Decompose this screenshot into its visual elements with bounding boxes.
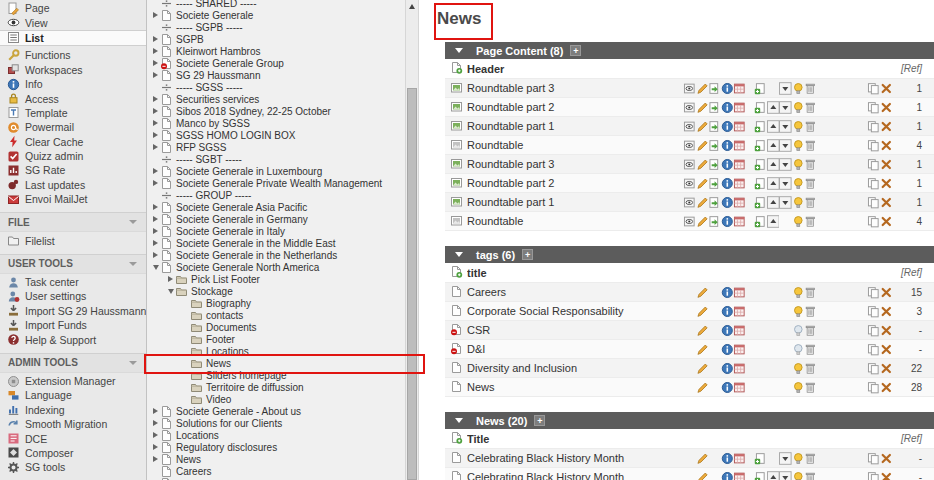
copy-button[interactable]: [867, 324, 880, 337]
expand-icon[interactable]: [151, 444, 160, 450]
collapse-icon[interactable]: [151, 265, 160, 270]
up-button[interactable]: [767, 196, 780, 209]
info-button[interactable]: [721, 82, 734, 95]
history-button[interactable]: [733, 452, 746, 465]
expand-icon[interactable]: [151, 432, 160, 438]
trash-button[interactable]: [804, 158, 817, 171]
tree-node[interactable]: Societe Generale in Germany: [147, 213, 405, 225]
info-button[interactable]: [721, 343, 734, 356]
expand-icon[interactable]: [151, 108, 160, 114]
record-title-link[interactable]: Roundtable part 2: [467, 101, 683, 113]
tree-node[interactable]: SGSS HOMO LOGIN BOX: [147, 129, 405, 141]
info-button[interactable]: [721, 305, 734, 318]
tree-node[interactable]: Locations: [147, 429, 405, 441]
sidebar-item-list[interactable]: List: [0, 30, 146, 46]
trash-button[interactable]: [804, 215, 817, 228]
tree-node[interactable]: ----- SGBT -----: [147, 153, 405, 165]
sidebar-section-header[interactable]: FILE: [0, 212, 146, 232]
tree-node[interactable]: ----- GROUP -----: [147, 189, 405, 201]
tree-node[interactable]: Securities services: [147, 93, 405, 105]
sidebar-item-filelist[interactable]: Filelist: [0, 233, 146, 247]
new-button[interactable]: [754, 139, 767, 152]
sidebar-item-dce[interactable]: DCE: [0, 431, 146, 445]
cut-button[interactable]: [880, 343, 893, 356]
tree-node[interactable]: Solutions for our Clients: [147, 417, 405, 429]
sidebar-item-info[interactable]: Info: [0, 77, 146, 91]
tree-node[interactable]: Biography: [147, 297, 405, 309]
history-button[interactable]: [733, 196, 746, 209]
info-button[interactable]: [721, 120, 734, 133]
copy-button[interactable]: [867, 82, 880, 95]
sidebar-item-sg-tools[interactable]: SG tools: [0, 460, 146, 474]
down-button[interactable]: [779, 101, 792, 114]
info-button[interactable]: [721, 286, 734, 299]
expand-table-icon[interactable]: +: [534, 415, 545, 426]
trash-button[interactable]: [804, 82, 817, 95]
history-button[interactable]: [733, 215, 746, 228]
tree-node[interactable]: News: [147, 453, 405, 465]
expand-icon[interactable]: [151, 132, 160, 138]
history-button[interactable]: [733, 82, 746, 95]
info-button[interactable]: [721, 452, 734, 465]
sidebar-item-import-funds[interactable]: Import Funds: [0, 318, 146, 332]
info-button[interactable]: [721, 177, 734, 190]
copy-button[interactable]: [867, 362, 880, 375]
new-button[interactable]: [754, 177, 767, 190]
cut-button[interactable]: [880, 139, 893, 152]
expand-icon[interactable]: [151, 204, 160, 210]
sidebar-item-envoi-mailjet[interactable]: Envoi MailJet: [0, 192, 146, 206]
tree-node[interactable]: Stockage: [147, 285, 405, 297]
down-button[interactable]: [779, 139, 792, 152]
move-button[interactable]: [708, 158, 721, 171]
record-title-link[interactable]: Celebrating Black History Month: [467, 471, 683, 480]
trash-button[interactable]: [804, 286, 817, 299]
edit-button[interactable]: [696, 82, 709, 95]
copy-button[interactable]: [867, 215, 880, 228]
tree-node[interactable]: ----- SGSS -----: [147, 81, 405, 93]
tree-node[interactable]: Societe Generale in Italy: [147, 225, 405, 237]
tree-node[interactable]: Careers: [147, 465, 405, 477]
up-button[interactable]: [767, 139, 780, 152]
move-button[interactable]: [708, 82, 721, 95]
tree-node[interactable]: Societe Generale Asia Pacific: [147, 201, 405, 213]
cut-button[interactable]: [880, 177, 893, 190]
view-button[interactable]: [683, 120, 696, 133]
info-button[interactable]: [721, 196, 734, 209]
cut-button[interactable]: [880, 196, 893, 209]
edit-button[interactable]: [696, 343, 709, 356]
edit-button[interactable]: [696, 305, 709, 318]
collapse-section-icon[interactable]: [455, 418, 463, 423]
cut-button[interactable]: [880, 362, 893, 375]
tree-node[interactable]: Kleinwort Hambros: [147, 45, 405, 57]
trash-button[interactable]: [804, 101, 817, 114]
sidebar-item-quizz-admin[interactable]: Quizz admin: [0, 149, 146, 163]
view-button[interactable]: [683, 101, 696, 114]
info-button[interactable]: [721, 381, 734, 394]
edit-button[interactable]: [696, 120, 709, 133]
trash-button[interactable]: [804, 471, 817, 480]
expand-table-icon[interactable]: +: [522, 249, 533, 260]
history-button[interactable]: [733, 120, 746, 133]
history-button[interactable]: [733, 158, 746, 171]
cut-button[interactable]: [880, 305, 893, 318]
copy-button[interactable]: [867, 139, 880, 152]
cut-button[interactable]: [880, 215, 893, 228]
tree-node[interactable]: Pick List Footer: [147, 273, 405, 285]
info-button[interactable]: [721, 362, 734, 375]
tree-node[interactable]: Societe Generale in the Middle East: [147, 237, 405, 249]
sidebar-item-powermail[interactable]: Powermail: [0, 120, 146, 134]
sidebar-item-smooth-migration[interactable]: Smooth Migration: [0, 417, 146, 431]
bulb-button[interactable]: [792, 324, 805, 337]
tree-node-news-selected[interactable]: News: [147, 357, 405, 369]
move-button[interactable]: [708, 120, 721, 133]
up-button[interactable]: [767, 471, 780, 480]
sidebar-item-extension-manager[interactable]: Extension Manager: [0, 374, 146, 388]
history-button[interactable]: [733, 471, 746, 480]
tree-scrollbar[interactable]: [405, 0, 419, 480]
record-title-link[interactable]: Careers: [467, 286, 683, 298]
info-button[interactable]: [721, 324, 734, 337]
expand-icon[interactable]: [151, 228, 160, 234]
edit-button[interactable]: [696, 362, 709, 375]
bulb-button[interactable]: [792, 305, 805, 318]
cut-button[interactable]: [880, 120, 893, 133]
